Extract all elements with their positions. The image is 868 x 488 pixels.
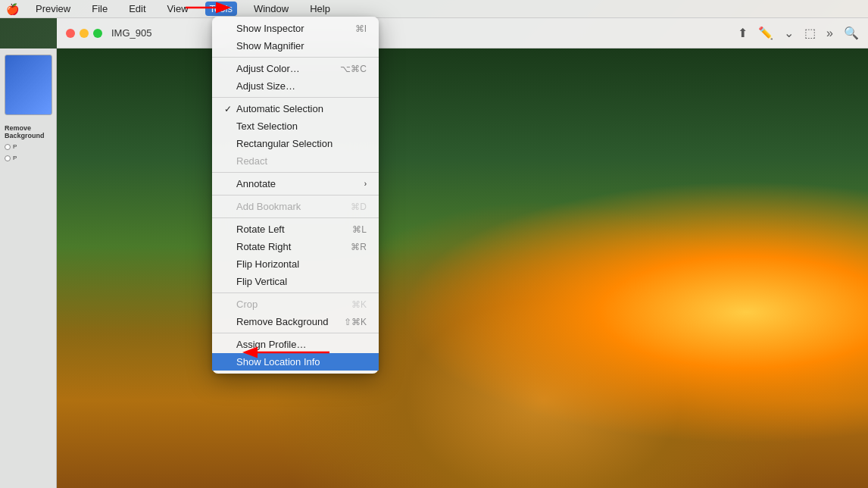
sidebar-radio-2[interactable]: P xyxy=(5,154,52,162)
maximize-button[interactable] xyxy=(93,29,102,38)
menu-item-label: Rectangular Selection xyxy=(236,138,367,149)
sidebar-radio-1[interactable]: P xyxy=(5,142,52,151)
menu-show-magnifier[interactable]: Show Magnifier xyxy=(212,37,379,55)
menu-item-shortcut: ⌘D xyxy=(351,202,367,212)
menu-add-bookmark: Add Bookmark ⌘D xyxy=(212,198,379,215)
menu-flip-horizontal[interactable]: Flip Horizontal xyxy=(212,255,379,273)
markup-icon[interactable]: ✏️ xyxy=(758,26,773,40)
submenu-arrow-icon: › xyxy=(364,180,367,188)
separator-3 xyxy=(212,172,379,173)
remove-bg-label: Remove Background xyxy=(5,124,52,139)
traffic-lights xyxy=(66,29,102,38)
menu-item-label: Remove Background xyxy=(236,316,344,327)
menu-remove-background[interactable]: Remove Background ⇧⌘K xyxy=(212,313,379,330)
close-button[interactable] xyxy=(66,29,75,38)
menu-item-check: ✓ xyxy=(224,104,236,114)
menu-item-shortcut: ⇧⌘K xyxy=(344,317,367,327)
menu-item-shortcut: ⌘L xyxy=(352,224,367,235)
menu-item-label: Annotate xyxy=(236,178,364,189)
menubar-window[interactable]: Window xyxy=(249,2,293,16)
menubar: 🍎 Preview File Edit View Tools Window He… xyxy=(0,0,868,18)
menu-item-label: Text Selection xyxy=(236,120,367,132)
radio-2[interactable] xyxy=(5,155,11,161)
menu-item-label: Redact xyxy=(236,155,367,167)
menu-item-label: Add Bookmark xyxy=(236,201,351,212)
menu-item-label: Assign Profile… xyxy=(236,339,367,350)
menu-item-shortcut: ⌥⌘C xyxy=(340,64,367,74)
menu-item-label: Show Magnifier xyxy=(236,40,367,52)
radio-label-2: P xyxy=(13,155,17,161)
menu-item-label: Rotate Left xyxy=(236,224,352,235)
menubar-file[interactable]: File xyxy=(87,2,112,16)
separator-1 xyxy=(212,57,379,58)
markup-menu-icon[interactable]: ⌄ xyxy=(784,26,794,40)
photo-view xyxy=(57,48,868,488)
apple-menu[interactable]: 🍎 xyxy=(6,3,19,15)
menu-text-selection[interactable]: Text Selection xyxy=(212,117,379,135)
radio-1[interactable] xyxy=(5,144,11,150)
menu-item-shortcut: ⌘I xyxy=(355,23,367,34)
menubar-view[interactable]: View xyxy=(163,2,193,16)
crop-icon[interactable]: ⬚ xyxy=(804,26,816,40)
menu-item-label: Adjust Color… xyxy=(236,63,340,74)
menu-item-label: Automatic Selection xyxy=(236,103,367,114)
menu-rotate-left[interactable]: Rotate Left ⌘L xyxy=(212,221,379,238)
window-titlebar: IMG_905 ⬆ ✏️ ⌄ ⬚ » 🔍 xyxy=(57,18,868,48)
menu-item-label: Show Location Info xyxy=(236,356,367,368)
menu-annotate[interactable]: Annotate › xyxy=(212,175,379,192)
menu-rotate-right[interactable]: Rotate Right ⌘R xyxy=(212,238,379,255)
minimize-button[interactable] xyxy=(80,29,89,38)
search-icon[interactable]: 🔍 xyxy=(844,26,859,40)
menubar-help[interactable]: Help xyxy=(305,2,335,16)
thumbnail-1[interactable] xyxy=(5,55,52,115)
separator-7 xyxy=(212,333,379,333)
menu-item-label: Rotate Right xyxy=(236,241,351,252)
share-icon[interactable]: ⬆ xyxy=(738,26,748,40)
menubar-preview[interactable]: Preview xyxy=(31,2,75,16)
menu-item-shortcut: ⌘R xyxy=(351,242,367,252)
menu-flip-vertical[interactable]: Flip Vertical xyxy=(212,273,379,290)
menu-adjust-size[interactable]: Adjust Size… xyxy=(212,77,379,95)
menu-item-label: Show Inspector xyxy=(236,23,355,34)
menu-item-label: Flip Horizontal xyxy=(236,258,367,270)
sidebar: Remove Background P P xyxy=(0,48,57,488)
separator-5 xyxy=(212,217,379,218)
separator-2 xyxy=(212,97,379,98)
menu-automatic-selection[interactable]: ✓ Automatic Selection xyxy=(212,100,379,117)
photo-content xyxy=(57,48,868,488)
window-filename: IMG_905 xyxy=(111,27,151,39)
menu-item-label: Flip Vertical xyxy=(236,276,367,287)
menu-adjust-color[interactable]: Adjust Color… ⌥⌘C xyxy=(212,60,379,77)
menu-assign-profile[interactable]: Assign Profile… xyxy=(212,336,379,353)
separator-4 xyxy=(212,195,379,196)
tools-menu: Show Inspector ⌘I Show Magnifier Adjust … xyxy=(212,17,379,374)
menubar-edit[interactable]: Edit xyxy=(124,2,150,16)
separator-6 xyxy=(212,292,379,293)
menu-redact: Redact xyxy=(212,152,379,170)
menu-item-label: Crop xyxy=(236,299,351,310)
more-icon[interactable]: » xyxy=(826,27,833,40)
menu-item-label: Adjust Size… xyxy=(236,80,367,92)
radio-label-1: P xyxy=(13,143,17,150)
menu-item-shortcut: ⌘K xyxy=(351,299,367,310)
menu-show-inspector[interactable]: Show Inspector ⌘I xyxy=(212,20,379,37)
menu-crop: Crop ⌘K xyxy=(212,296,379,313)
menu-rectangular-selection[interactable]: Rectangular Selection xyxy=(212,135,379,152)
menu-show-location-info[interactable]: Show Location Info xyxy=(212,353,379,371)
toolbar-icons: ⬆ ✏️ ⌄ ⬚ » 🔍 xyxy=(738,26,859,40)
menubar-tools[interactable]: Tools xyxy=(205,2,237,16)
